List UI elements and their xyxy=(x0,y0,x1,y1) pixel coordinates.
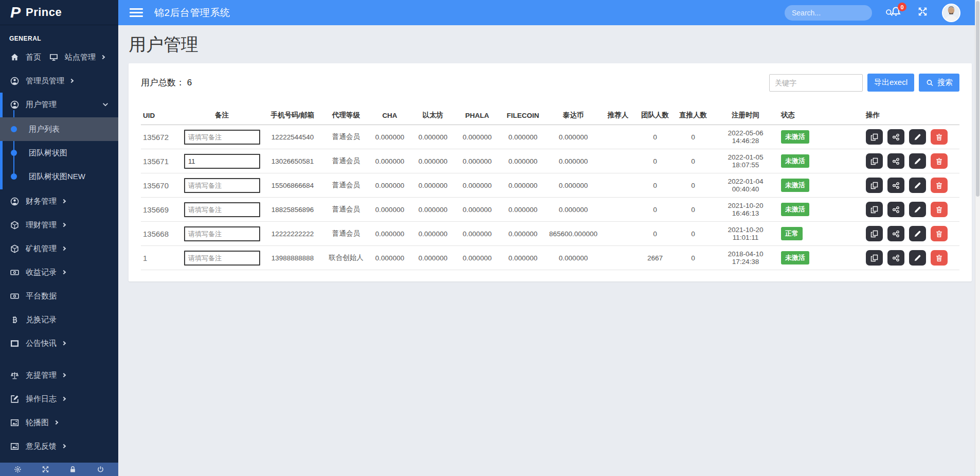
expand-icon[interactable] xyxy=(41,466,50,473)
sidebar-item-admin-management[interactable]: 管理员管理 xyxy=(0,69,118,93)
cha-cell: 0.000000 xyxy=(369,125,411,149)
copy-button[interactable] xyxy=(866,129,883,145)
chevron-right-icon xyxy=(62,246,66,251)
app-logo[interactable]: P Prince xyxy=(0,0,118,25)
edit-button[interactable] xyxy=(909,153,926,169)
sidebar-item-deposit-withdraw[interactable]: 充提管理 xyxy=(0,363,118,387)
remark-input[interactable] xyxy=(184,154,260,169)
sidebar-item-announcements[interactable]: 公告快讯 xyxy=(0,331,118,355)
lock-icon[interactable] xyxy=(68,466,77,473)
team-count-cell: 0 xyxy=(636,198,674,222)
edit-button[interactable] xyxy=(909,202,926,217)
delete-button[interactable] xyxy=(931,178,948,193)
phone-cell: 15506866684 xyxy=(262,173,323,198)
team-nodes-button[interactable] xyxy=(887,250,904,266)
remark-input[interactable] xyxy=(184,130,260,145)
sidebar-item-miner-management[interactable]: 矿机管理 xyxy=(0,237,118,260)
usdt-cell: 0.000000 xyxy=(547,149,600,173)
column-header-10: 团队人数 xyxy=(636,106,674,125)
share-nodes-icon xyxy=(892,254,900,262)
sidebar-item-label: 收益记录 xyxy=(26,268,57,277)
phone-cell: 18825856896 xyxy=(262,198,323,222)
sidebar-item-finance-management[interactable]: 财务管理 xyxy=(0,189,118,213)
copy-button[interactable] xyxy=(866,178,883,193)
vertical-scrollbar[interactable] xyxy=(975,0,980,476)
team-count-cell: 0 xyxy=(636,125,674,149)
team-nodes-button[interactable] xyxy=(887,129,904,145)
column-header-12: 注册时间 xyxy=(712,106,779,125)
fullscreen-button[interactable] xyxy=(918,7,928,19)
hamburger-menu-icon[interactable] xyxy=(130,6,143,19)
status-badge: 未激活 xyxy=(781,130,809,144)
chevron-right-icon xyxy=(62,223,66,227)
sidebar-subitem-team-tree-new[interactable]: 团队树状图NEW xyxy=(0,165,118,188)
finance-icon xyxy=(10,197,19,206)
team-nodes-button[interactable] xyxy=(887,153,904,169)
edit-button[interactable] xyxy=(909,250,926,266)
sidebar-item-user-management[interactable]: 用户管理 xyxy=(0,93,118,116)
copy-button[interactable] xyxy=(866,226,883,241)
delete-button[interactable] xyxy=(931,129,948,145)
trash-icon xyxy=(935,230,943,238)
delete-button[interactable] xyxy=(931,250,948,266)
copy-button[interactable] xyxy=(866,202,883,217)
remark-input[interactable] xyxy=(184,251,260,266)
chevron-right-icon xyxy=(54,420,58,425)
search-button[interactable]: 搜索 xyxy=(919,74,959,92)
keyword-input[interactable] xyxy=(769,74,863,92)
sidebar-subitem-team-tree[interactable]: 团队树状图 xyxy=(0,141,118,165)
cha-cell: 0.000000 xyxy=(369,246,411,270)
share-nodes-icon xyxy=(892,157,900,165)
delete-button[interactable] xyxy=(931,153,948,169)
edit-button[interactable] xyxy=(909,178,926,193)
phala-cell: 0.000000 xyxy=(455,125,499,149)
sidebar-item-site-management[interactable]: 站点管理 xyxy=(49,45,104,69)
actions-cell xyxy=(864,173,959,198)
gear-icon[interactable] xyxy=(13,466,22,473)
delete-button[interactable] xyxy=(931,202,948,217)
remark-input[interactable] xyxy=(184,202,260,217)
search-input[interactable] xyxy=(792,9,885,17)
sidebar-item-label: 意见反馈 xyxy=(26,442,57,451)
phala-cell: 0.000000 xyxy=(455,198,499,222)
edit-button[interactable] xyxy=(909,129,926,145)
notifications-button[interactable]: 0 xyxy=(891,6,901,19)
edit-button[interactable] xyxy=(909,226,926,241)
share-nodes-icon xyxy=(892,206,900,214)
user-list-card: 用户总数： 6 导出execl 搜索 UID备注手机号码/邮箱代理等级CHA以太 xyxy=(129,63,972,281)
eth-cell: 0.000000 xyxy=(411,246,455,270)
sidebar-item-operation-logs[interactable]: 操作日志 xyxy=(0,387,118,411)
team-nodes-button[interactable] xyxy=(887,202,904,217)
status-cell: 未激活 xyxy=(779,173,864,198)
remark-input[interactable] xyxy=(184,178,260,193)
status-badge: 未激活 xyxy=(781,179,809,192)
user-total-label: 用户总数： xyxy=(141,78,185,87)
phala-cell: 0.000000 xyxy=(455,173,499,198)
copy-button[interactable] xyxy=(866,250,883,266)
sidebar-item-home[interactable]: 首页 xyxy=(0,45,49,69)
sidebar-item-exchange-records[interactable]: 兑换记录 xyxy=(0,308,118,331)
usdt-cell: 0.000000 xyxy=(547,173,600,198)
sidebar-item-label: 操作日志 xyxy=(26,394,57,404)
team-nodes-button[interactable] xyxy=(887,178,904,193)
sidebar-item-carousel[interactable]: 轮播图 xyxy=(0,411,118,434)
search-icon xyxy=(925,79,934,86)
sidebar-item-income-records[interactable]: 收益记录 xyxy=(0,260,118,284)
remark-input[interactable] xyxy=(184,226,260,241)
topbar-search[interactable] xyxy=(785,5,872,21)
sidebar-subitem-user-list[interactable]: 用户列表 xyxy=(0,117,118,141)
status-badge: 未激活 xyxy=(781,203,809,216)
logo-p-icon: P xyxy=(10,5,21,20)
avatar[interactable] xyxy=(942,4,960,22)
delete-button[interactable] xyxy=(931,226,948,241)
cha-cell: 0.000000 xyxy=(369,149,411,173)
scrollbar-thumb[interactable] xyxy=(976,1,979,197)
table-row: 135672 12222544540 普通会员 0.000000 0.00000… xyxy=(141,125,959,149)
export-excel-button[interactable]: 导出execl xyxy=(867,74,914,92)
copy-button[interactable] xyxy=(866,153,883,169)
sidebar-item-platform-data[interactable]: 平台数据 xyxy=(0,284,118,308)
power-icon[interactable] xyxy=(96,466,105,473)
sidebar-item-feedback[interactable]: 意见反馈 xyxy=(0,434,118,458)
sidebar-item-wealth-management[interactable]: 理财管理 xyxy=(0,213,118,237)
team-nodes-button[interactable] xyxy=(887,226,904,241)
